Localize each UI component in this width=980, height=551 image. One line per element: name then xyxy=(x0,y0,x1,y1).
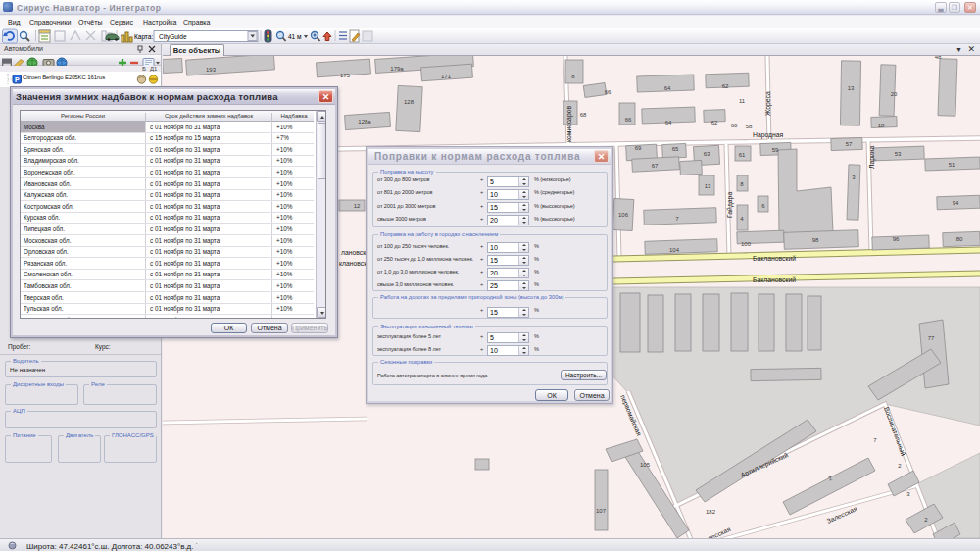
svg-text:62: 62 xyxy=(722,83,729,89)
svg-text:69: 69 xyxy=(635,145,642,151)
svg-text:48: 48 xyxy=(935,56,942,60)
svg-text:57: 57 xyxy=(846,141,853,147)
svg-text:12: 12 xyxy=(354,203,361,209)
svg-text:53: 53 xyxy=(895,151,902,157)
svg-text:20: 20 xyxy=(891,91,898,97)
svg-text:193: 193 xyxy=(206,67,217,73)
svg-text:62: 62 xyxy=(711,120,718,125)
svg-text:128: 128 xyxy=(404,99,415,105)
svg-text:Ларина: Ларина xyxy=(868,145,876,169)
svg-text:Баклановский: Баклановский xyxy=(753,276,796,283)
svg-text:179а: 179а xyxy=(390,66,404,72)
svg-text:Народная: Народная xyxy=(753,131,784,139)
svg-text:59: 59 xyxy=(772,147,779,153)
svg-text:66: 66 xyxy=(625,117,632,123)
svg-text:182: 182 xyxy=(706,509,716,515)
svg-text:175: 175 xyxy=(340,73,351,78)
svg-text:комиссаров: комиссаров xyxy=(565,106,573,142)
svg-text:64: 64 xyxy=(664,85,671,91)
svg-text:66: 66 xyxy=(605,89,612,95)
svg-text:13: 13 xyxy=(848,85,855,91)
svg-text:80: 80 xyxy=(956,236,963,242)
svg-text:Жореса: Жореса xyxy=(764,91,772,116)
svg-text:96: 96 xyxy=(893,236,900,242)
svg-text:100: 100 xyxy=(741,241,752,247)
svg-text:67: 67 xyxy=(652,163,659,169)
svg-text:94: 94 xyxy=(953,200,959,206)
svg-text:171: 171 xyxy=(441,74,452,79)
svg-text:63: 63 xyxy=(704,151,710,157)
svg-text:41 м: 41 м xyxy=(288,33,302,40)
svg-text:51: 51 xyxy=(949,162,956,168)
svg-text:60: 60 xyxy=(731,123,738,128)
svg-text:CityGuide: CityGuide xyxy=(159,33,187,41)
svg-text:61: 61 xyxy=(739,152,746,158)
svg-text:Гайдара: Гайдара xyxy=(726,192,734,218)
svg-text:68: 68 xyxy=(580,112,587,118)
svg-text:18: 18 xyxy=(878,123,885,128)
svg-text:64: 64 xyxy=(665,120,672,125)
svg-text:107: 107 xyxy=(596,508,607,514)
svg-text:Баклановский: Баклановский xyxy=(753,255,796,262)
svg-text:77: 77 xyxy=(928,335,935,341)
svg-text:P: P xyxy=(15,76,20,83)
svg-text:104: 104 xyxy=(669,247,680,253)
svg-text:13: 13 xyxy=(705,183,711,189)
svg-text:58: 58 xyxy=(746,124,753,129)
svg-text:106: 106 xyxy=(618,212,629,218)
svg-text:128а: 128а xyxy=(358,119,371,125)
svg-text:11: 11 xyxy=(739,98,746,104)
svg-text:65: 65 xyxy=(672,146,679,152)
svg-text:Карта:: Карта: xyxy=(134,33,153,41)
svg-text:105: 105 xyxy=(640,462,651,468)
svg-text:98: 98 xyxy=(812,237,819,243)
